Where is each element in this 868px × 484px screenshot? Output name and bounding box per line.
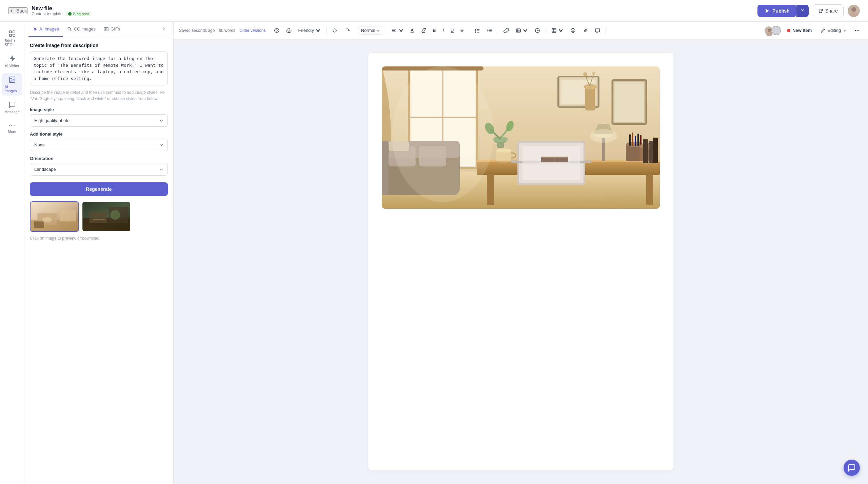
clear-format-button[interactable] — [580, 26, 591, 35]
svg-rect-83 — [635, 136, 636, 146]
toolbar-right: New Item Editing — [766, 26, 863, 35]
sidebar-item-message[interactable]: Message — [2, 98, 22, 117]
featured-image[interactable] — [382, 66, 660, 209]
prompt-textarea[interactable]: Generate the featured image for a blog o… — [30, 52, 168, 85]
regenerate-button[interactable]: Regenerate — [30, 182, 168, 196]
svg-point-35 — [572, 30, 573, 31]
blog-badge: Blog post — [66, 12, 91, 16]
ordered-list-button[interactable] — [484, 26, 495, 35]
sidebar-item-ai-writer[interactable]: AI Writer — [2, 52, 22, 70]
svg-point-10 — [68, 27, 71, 30]
image-insert-button[interactable] — [513, 26, 531, 35]
svg-rect-105 — [614, 82, 644, 122]
svg-rect-23 — [93, 219, 105, 220]
emoji-button[interactable] — [568, 26, 578, 35]
svg-rect-90 — [653, 138, 658, 163]
left-sidebar: Brief + SEO AI Writer AI Images Message … — [0, 22, 24, 484]
blog-post-label: Blog post — [73, 12, 89, 16]
svg-point-72 — [496, 148, 511, 153]
svg-rect-82 — [632, 133, 633, 146]
ai-panel: AI images CC images GIFs — [24, 22, 174, 484]
panel-collapse-button[interactable] — [158, 23, 169, 36]
tab-cc-images[interactable]: CC images — [63, 22, 100, 37]
sidebar-item-brief-seo[interactable]: Brief + SEO — [2, 27, 22, 49]
svg-point-78 — [590, 129, 617, 143]
svg-rect-81 — [629, 134, 631, 146]
editing-button[interactable]: Editing — [818, 26, 849, 35]
publish-dropdown-button[interactable] — [796, 5, 809, 17]
header-right: Publish Share — [757, 4, 860, 17]
svg-point-0 — [68, 12, 72, 16]
divider-7 — [606, 27, 606, 34]
comment-button[interactable] — [592, 26, 603, 35]
publish-group: Publish — [757, 5, 809, 17]
style-dropdown[interactable]: Normal — [358, 26, 383, 35]
editing-label: Editing — [827, 28, 841, 33]
tone-button[interactable]: Friendly — [296, 26, 323, 35]
publish-button[interactable]: Publish — [757, 5, 796, 17]
image-style-select[interactable]: High quality photo Digital art Watercolo… — [30, 114, 168, 127]
svg-rect-25 — [288, 28, 290, 31]
svg-rect-20 — [89, 212, 107, 223]
svg-rect-6 — [9, 34, 11, 36]
svg-rect-88 — [643, 139, 648, 163]
new-item-indicator — [787, 29, 790, 32]
thumbnail-2[interactable] — [82, 201, 131, 232]
svg-point-40 — [857, 30, 858, 31]
tab-ai-images[interactable]: AI images — [28, 22, 63, 37]
play-button[interactable] — [532, 26, 543, 35]
svg-point-103 — [592, 72, 595, 75]
mic-button[interactable] — [283, 26, 294, 35]
chat-fab-button[interactable] — [844, 460, 860, 476]
collab-avatars — [766, 26, 781, 35]
undo-button[interactable] — [329, 26, 340, 35]
new-item-button[interactable]: New Item — [784, 26, 815, 35]
text-color-button[interactable]: A — [408, 26, 416, 35]
additional-style-select[interactable]: None Vintage Minimalist Dark Bright — [30, 139, 168, 151]
svg-rect-17 — [60, 210, 76, 221]
bullet-list-button[interactable] — [472, 26, 483, 35]
editor-area: Saved seconds ago 80 words Older version… — [174, 22, 868, 484]
strikethrough-button[interactable]: S — [458, 26, 466, 35]
share-button[interactable]: Share — [813, 4, 844, 17]
link-button[interactable] — [501, 26, 512, 35]
orientation-select[interactable]: Landscape Portrait Square — [30, 163, 168, 176]
user-avatar[interactable] — [848, 5, 860, 17]
svg-point-24 — [276, 30, 277, 31]
editor-toolbar: Saved seconds ago 80 words Older version… — [174, 22, 868, 39]
svg-point-16 — [42, 217, 52, 222]
eye-button[interactable] — [271, 26, 282, 35]
divider-2 — [355, 27, 355, 34]
more-options-button[interactable] — [852, 26, 863, 35]
file-info: New file Content template: Blog post — [32, 5, 91, 16]
back-button[interactable]: Back — [8, 7, 27, 14]
sidebar-item-more[interactable]: ··· More — [2, 119, 22, 136]
header-left: Back New file Content template: Blog pos… — [8, 5, 91, 16]
italic-button[interactable]: I — [440, 26, 447, 35]
image-thumbnails — [30, 201, 168, 232]
svg-rect-11 — [104, 27, 108, 31]
editor-content — [174, 39, 868, 484]
ai-panel-body: Create image from description Generate t… — [24, 37, 173, 484]
hint-text: Describe the image in detail and then us… — [30, 89, 168, 102]
tab-gifs[interactable]: GIFs — [100, 22, 124, 37]
svg-point-30 — [517, 29, 518, 31]
svg-rect-5 — [13, 31, 15, 33]
svg-point-36 — [573, 30, 574, 31]
svg-rect-15 — [34, 221, 44, 228]
sidebar-item-ai-images[interactable]: AI Images — [2, 73, 22, 96]
tone-label: Friendly — [298, 28, 314, 33]
align-button[interactable] — [389, 26, 407, 35]
svg-point-9 — [11, 78, 12, 79]
bold-button[interactable]: B — [430, 26, 438, 35]
regenerate-label: Regenerate — [86, 186, 112, 192]
svg-point-3 — [850, 12, 858, 17]
highlight-button[interactable] — [418, 26, 429, 35]
thumbnail-1[interactable] — [30, 201, 79, 232]
svg-rect-4 — [9, 31, 11, 33]
redo-button[interactable] — [341, 26, 352, 35]
underline-button[interactable]: U — [448, 26, 456, 35]
svg-marker-32 — [537, 29, 539, 32]
older-versions-button[interactable]: Older versions — [239, 28, 265, 33]
table-button[interactable] — [549, 26, 566, 35]
